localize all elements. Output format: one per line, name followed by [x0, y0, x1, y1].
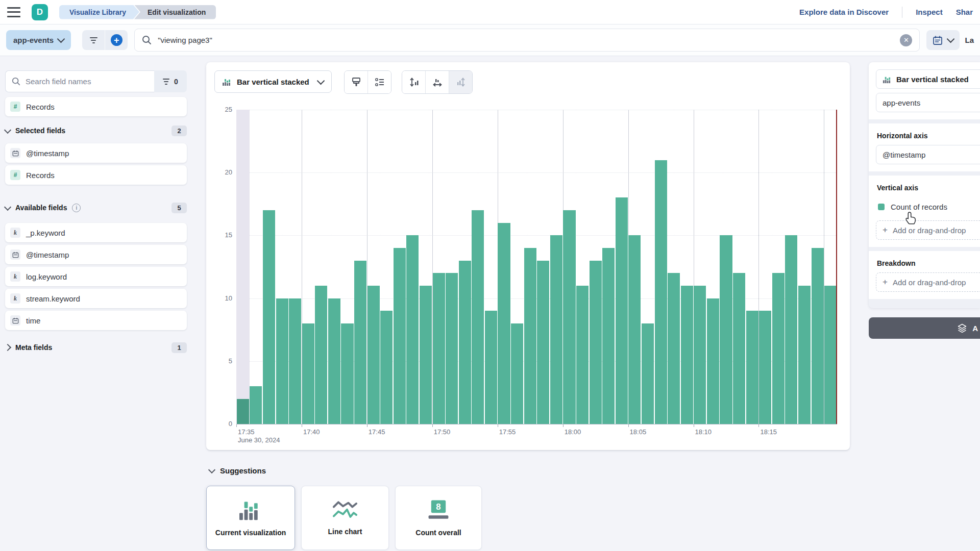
field-item-log-keyword[interactable]: k log.keyword	[5, 267, 187, 286]
bar[interactable]	[328, 298, 340, 424]
bar[interactable]	[694, 286, 706, 424]
bar[interactable]	[733, 273, 745, 424]
bar[interactable]	[368, 286, 380, 424]
data-view-selector[interactable]: app-events	[6, 30, 71, 50]
bar[interactable]	[394, 248, 406, 424]
explore-in-discover-link[interactable]: Explore data in Discover	[799, 8, 889, 16]
bar[interactable]	[354, 261, 366, 424]
y-axis-tick-label: 5	[209, 357, 232, 365]
field-search-input[interactable]: Search field names	[5, 70, 154, 92]
bar[interactable]	[446, 273, 458, 424]
bar[interactable]	[406, 235, 419, 424]
suggestion-current-visualization[interactable]: Current visualization	[206, 486, 295, 550]
bar[interactable]	[681, 286, 693, 424]
bar[interactable]	[707, 298, 719, 424]
top-navigation: D Visualize Library Edit visualization E…	[0, 0, 980, 24]
field-item-timestamp-available[interactable]: @timestamp	[5, 245, 187, 264]
layer-chart-type-button[interactable]: Bar vertical stacked	[876, 69, 980, 89]
chevron-down-icon	[208, 466, 215, 473]
bar[interactable]	[537, 261, 549, 424]
bar[interactable]	[459, 261, 471, 424]
bar[interactable]	[263, 210, 275, 424]
bar[interactable]	[668, 273, 680, 424]
bar[interactable]	[472, 210, 484, 424]
field-item-p-keyword[interactable]: k _p.keyword	[5, 223, 187, 242]
bar[interactable]	[720, 235, 732, 424]
time-range-label[interactable]: La	[965, 36, 974, 44]
suggestion-count-overall[interactable]: 8 Count overall	[395, 486, 482, 550]
horizontal-axis-label: Horizontal axis	[877, 132, 980, 140]
bar[interactable]	[616, 197, 628, 424]
add-filter-button[interactable]: +	[105, 30, 128, 50]
plus-icon: +	[883, 277, 888, 287]
bar[interactable]	[498, 223, 510, 424]
plot-area[interactable]: 051015202517:35June 30, 202417:4017:4517…	[236, 110, 837, 424]
bar[interactable]	[420, 286, 432, 424]
bar[interactable]	[237, 399, 249, 424]
bar[interactable]	[289, 298, 301, 424]
legend-values-button[interactable]	[368, 71, 391, 93]
bar[interactable]	[759, 311, 771, 424]
x-axis-tick-label: 17:45	[369, 428, 385, 436]
field-item-records-selected[interactable]: # Records	[5, 165, 187, 185]
field-item-records[interactable]: # Records	[5, 97, 187, 116]
bar[interactable]	[590, 261, 602, 424]
filter-button[interactable]	[82, 30, 105, 50]
query-input[interactable]: "viewing page3" ✕	[134, 29, 920, 52]
add-layer-button[interactable]: A	[869, 317, 980, 339]
share-link[interactable]: Shar	[956, 8, 973, 16]
suggestion-line-chart[interactable]: Line chart	[301, 486, 389, 550]
plus-icon: +	[111, 34, 122, 46]
app-logo[interactable]: D	[32, 4, 48, 20]
field-item-timestamp[interactable]: @timestamp	[5, 143, 187, 163]
suggestions-header[interactable]: Suggestions	[209, 466, 266, 475]
meta-fields-header[interactable]: Meta fields 1	[5, 342, 187, 353]
bar[interactable]	[550, 235, 562, 424]
bottom-axis-button[interactable]	[425, 71, 449, 93]
bar[interactable]	[433, 273, 445, 424]
breakdown-add-button[interactable]: + Add or drag-and-drop	[876, 272, 980, 292]
vertical-axis-add-button[interactable]: + Add or drag-and-drop	[876, 220, 980, 240]
bar[interactable]	[812, 248, 824, 424]
chart-type-selector[interactable]: Bar vertical stacked	[214, 70, 332, 93]
bar[interactable]	[824, 286, 837, 424]
query-bar: app-events + "viewing page3" ✕	[0, 24, 980, 56]
field-filter-button[interactable]: 0	[154, 70, 187, 92]
bar[interactable]	[276, 298, 288, 424]
inspect-link[interactable]: Inspect	[916, 8, 943, 16]
bar[interactable]	[785, 235, 797, 424]
bar[interactable]	[628, 235, 641, 424]
bar[interactable]	[380, 311, 393, 424]
menu-icon[interactable]	[7, 7, 20, 17]
left-axis-button[interactable]	[402, 71, 425, 93]
breadcrumb-visualize-library[interactable]: Visualize Library	[59, 5, 139, 19]
bar[interactable]	[576, 286, 589, 424]
layer-data-view-selector[interactable]: app-events	[876, 93, 980, 112]
bar[interactable]	[250, 386, 262, 424]
suggestion-label: Line chart	[328, 528, 362, 536]
bar[interactable]	[341, 323, 353, 424]
vertical-axis-dimension[interactable]: Count of records	[876, 197, 980, 216]
clear-query-icon[interactable]: ✕	[900, 34, 912, 46]
bar[interactable]	[798, 286, 811, 424]
bar[interactable]	[746, 311, 758, 424]
bar[interactable]	[642, 323, 654, 424]
bar[interactable]	[563, 210, 575, 424]
time-picker[interactable]	[926, 30, 960, 50]
bar[interactable]	[485, 311, 497, 424]
bar[interactable]	[524, 248, 536, 424]
field-label: log.keyword	[26, 272, 67, 281]
bar[interactable]	[772, 273, 785, 424]
appearance-button[interactable]	[345, 71, 368, 93]
field-item-stream-keyword[interactable]: k stream.keyword	[5, 289, 187, 308]
field-label: @timestamp	[26, 251, 69, 259]
bar[interactable]	[602, 248, 615, 424]
field-item-time[interactable]: time	[5, 311, 187, 330]
selected-fields-header[interactable]: Selected fields 2	[5, 125, 187, 136]
bar[interactable]	[511, 323, 523, 424]
horizontal-axis-dimension[interactable]: @timestamp	[876, 145, 980, 164]
bar[interactable]	[315, 286, 327, 424]
bar[interactable]	[302, 323, 314, 424]
available-fields-header[interactable]: Available fields i 5	[5, 202, 187, 213]
bar[interactable]	[655, 160, 667, 424]
